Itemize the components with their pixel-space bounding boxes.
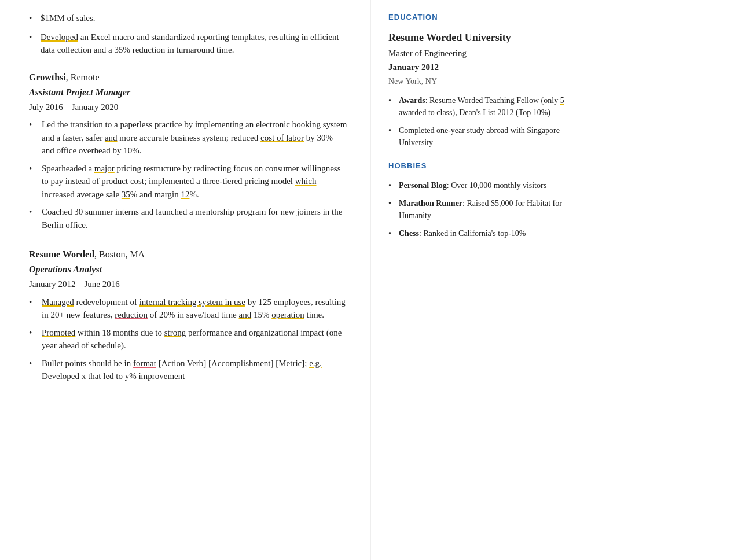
strong-underline: strong	[164, 328, 186, 337]
chess-label: Chess	[399, 229, 419, 238]
bullet-item: Coached 30 summer interns and launched a…	[29, 205, 347, 231]
company2-separator: ,	[94, 249, 99, 259]
promoted-underline: Promoted	[42, 328, 75, 337]
and2-underline: and	[238, 310, 251, 319]
bullet-item: Led the transition to a paperless practi…	[29, 118, 347, 157]
edu-bullet-abroad: Completed one-year study abroad with Sin…	[388, 124, 573, 149]
and-underline: and	[105, 133, 118, 142]
managed-underline: Managed	[42, 297, 74, 307]
company1-bullets: Led the transition to a paperless practi…	[29, 118, 347, 231]
company1-location: Remote	[71, 72, 100, 82]
page: $1MM of sales. Developed an Excel macro …	[0, 0, 749, 560]
edu-location: New York, NY	[388, 75, 573, 87]
hobbies-bullets: Personal Blog: Over 10,000 monthly visit…	[388, 179, 573, 240]
left-column: $1MM of sales. Developed an Excel macro …	[0, 0, 370, 560]
edu-degree: Master of Engineering	[388, 47, 573, 60]
blog-label: Personal Blog	[399, 181, 447, 190]
company1-title: Assistant Project Manager	[29, 86, 347, 100]
company2-dates: January 2012 – June 2016	[29, 278, 347, 291]
hobbies-heading: HOBBIES	[388, 160, 573, 172]
eg-underline: e.g.	[309, 359, 322, 368]
major-underline: major	[94, 164, 115, 173]
company1-dates: July 2016 – January 2020	[29, 101, 347, 114]
blog-text: : Over 10,000 monthly visitors	[447, 181, 546, 190]
intro-bullet-text: $1MM of sales.	[41, 13, 96, 23]
hobby-blog: Personal Blog: Over 10,000 monthly visit…	[388, 179, 573, 191]
intro-bullet: $1MM of sales.	[29, 12, 347, 25]
reduction-underline: reduction	[115, 310, 148, 319]
format-underline: format	[133, 359, 156, 368]
edu-date: January 2012	[388, 61, 573, 74]
awards-label: Awards	[399, 96, 425, 105]
education-heading: EDUCATION	[388, 12, 573, 23]
bullet-item: Bullet points should be in format [Actio…	[29, 357, 347, 383]
bullet-item: Managed redevelopment of internal tracki…	[29, 296, 347, 322]
company1-separator: ,	[66, 72, 71, 82]
developed-bullet-text: Developed an Excel macro and standardize…	[41, 32, 339, 55]
hobby-chess: Chess: Ranked in California's top-10%	[388, 227, 573, 240]
marathon-label: Marathon Runner	[399, 199, 462, 208]
developed-underline: Developed	[41, 32, 78, 42]
edu-bullets: Awards: Resume Worded Teaching Fellow (o…	[388, 94, 573, 149]
chess-text: : Ranked in California's top-10%	[419, 229, 526, 238]
operation-underline: operation	[271, 310, 304, 319]
abroad-text: Completed one-year study abroad with Sin…	[399, 126, 560, 147]
5-underline: 5	[560, 96, 564, 105]
company1-header: Growthsi, Remote	[29, 71, 347, 84]
hobbies-section: HOBBIES Personal Blog: Over 10,000 month…	[388, 160, 573, 240]
cost-of-labor-underline: cost of labor	[260, 133, 304, 142]
edu-bullet-awards: Awards: Resume Worded Teaching Fellow (o…	[388, 94, 573, 119]
35-underline: 35	[122, 190, 130, 199]
company1-name: Growthsi	[29, 72, 66, 82]
right-column: EDUCATION Resume Worded University Maste…	[370, 0, 590, 560]
company2-name: Resume Worded	[29, 249, 94, 259]
tracking-underline: internal tracking system in use	[139, 297, 245, 307]
bullet-item: Spearheaded a major pricing restructure …	[29, 162, 347, 201]
company2-location: Boston, MA	[99, 249, 145, 259]
company2-title: Operations Analyst	[29, 263, 347, 277]
company2-header: Resume Worded, Boston, MA	[29, 248, 347, 261]
bullet-item: Promoted within 18 months due to strong …	[29, 326, 347, 352]
company2-bullets: Managed redevelopment of internal tracki…	[29, 296, 347, 383]
school-name: Resume Worded University	[388, 31, 573, 45]
12-underline: 12	[181, 190, 189, 199]
developed-bullet: Developed an Excel macro and standardize…	[29, 31, 347, 57]
which-underline: which	[295, 176, 317, 186]
hobby-marathon: Marathon Runner: Raised $5,000 for Habit…	[388, 197, 573, 222]
